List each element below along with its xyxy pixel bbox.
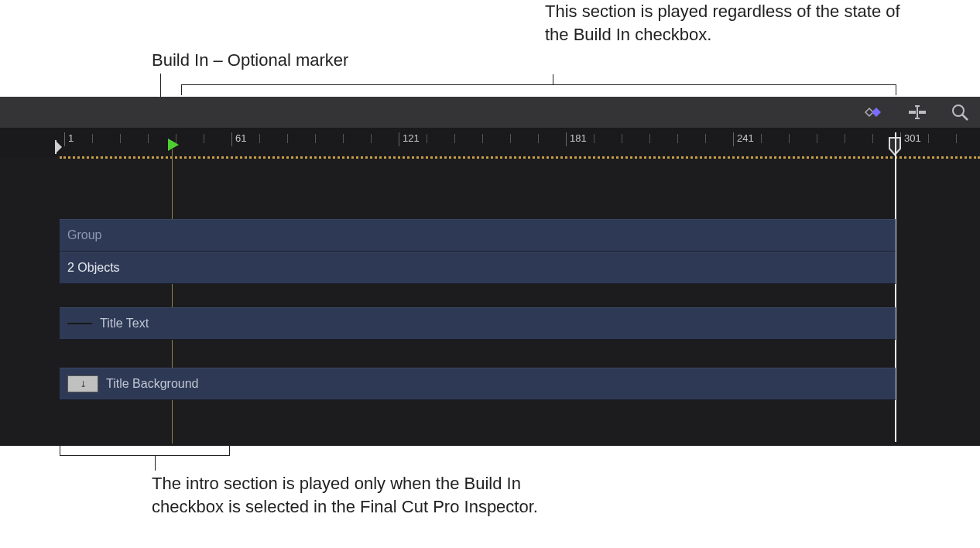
svg-marker-11 xyxy=(168,139,179,151)
svg-point-7 xyxy=(953,105,964,116)
svg-rect-3 xyxy=(919,111,926,114)
in-point-marker[interactable] xyxy=(54,139,65,158)
ruler-minor xyxy=(371,134,372,143)
ruler-minor xyxy=(538,134,539,143)
svg-rect-2 xyxy=(909,111,916,114)
bracket-top-right-tick xyxy=(896,84,896,95)
ruler-ticks: 1 61 121 181 241 301 xyxy=(60,128,980,157)
ruler-minor xyxy=(315,134,316,143)
bracket-top-stem xyxy=(553,74,553,84)
bracket-bottom-left-tick xyxy=(60,446,60,455)
ruler-major: 121 xyxy=(399,132,420,146)
callout-intro-section: The intro section is played only when th… xyxy=(152,472,539,518)
ruler-major: 301 xyxy=(900,132,921,146)
ruler-major: 1 xyxy=(64,132,74,146)
ruler-minor xyxy=(148,134,149,143)
ruler-minor xyxy=(259,134,260,143)
bracket-top xyxy=(181,84,896,85)
ruler-minor xyxy=(482,134,483,143)
bracket-top-left-tick xyxy=(181,84,182,95)
track-title-text[interactable]: Title Text xyxy=(60,307,896,340)
ruler-major: 241 xyxy=(733,132,754,146)
svg-rect-4 xyxy=(917,107,918,118)
track-objects-summary[interactable]: 2 Objects xyxy=(60,252,896,284)
track-label: Title Text xyxy=(100,317,149,331)
svg-marker-9 xyxy=(56,141,62,153)
track-title-background[interactable]: Title Background xyxy=(60,368,896,400)
ruler-minor xyxy=(649,134,650,143)
snapping-icon[interactable] xyxy=(906,104,929,121)
bracket-bottom-right-tick xyxy=(229,446,230,455)
svg-marker-1 xyxy=(872,108,881,117)
work-area-indicator xyxy=(60,156,980,159)
ruler-minor xyxy=(120,134,121,143)
clip-thumbnail-rect xyxy=(67,375,98,392)
ruler-minor xyxy=(956,134,957,143)
ruler-minor xyxy=(789,134,790,143)
ruler-minor xyxy=(928,134,929,143)
svg-line-8 xyxy=(962,115,968,120)
objects-label: 2 Objects xyxy=(67,261,120,275)
ruler[interactable]: 1 61 121 181 241 301 xyxy=(0,128,980,157)
track-label: Title Background xyxy=(106,377,198,391)
timeline-toolbar xyxy=(0,97,980,128)
ruler-minor xyxy=(510,134,511,143)
ruler-minor xyxy=(622,134,622,143)
ruler-major: 61 xyxy=(231,132,246,146)
ruler-minor xyxy=(343,134,344,143)
ruler-minor xyxy=(427,134,427,143)
group-label: Group xyxy=(67,228,101,242)
callout-played-regardless: This section is played regardless of the… xyxy=(545,0,917,46)
ruler-minor xyxy=(845,134,845,143)
ruler-minor xyxy=(594,134,595,143)
ruler-minor xyxy=(677,134,678,143)
ruler-minor xyxy=(454,134,455,143)
ruler-minor xyxy=(287,134,288,143)
ruler-minor xyxy=(92,134,93,143)
build-in-optional-marker[interactable] xyxy=(166,137,180,152)
svg-rect-5 xyxy=(915,105,920,107)
callout-build-in-marker: Build In – Optional marker xyxy=(152,49,348,72)
ruler-minor xyxy=(705,134,706,143)
ruler-minor xyxy=(204,134,204,143)
timeline-panel: 1 61 121 181 241 301 Group 2 Objects Tit… xyxy=(0,97,980,446)
zoom-icon[interactable] xyxy=(951,103,969,122)
ruler-major: 181 xyxy=(566,132,587,146)
track-group-header[interactable]: Group xyxy=(60,219,896,252)
bracket-bottom-stem xyxy=(155,455,156,471)
svg-rect-6 xyxy=(915,118,920,119)
ruler-minor xyxy=(872,134,873,143)
bracket-bottom xyxy=(60,455,230,456)
ruler-minor xyxy=(817,134,817,143)
keyframe-icon[interactable] xyxy=(859,105,884,119)
clip-thumbnail-line xyxy=(67,323,92,324)
ruler-minor xyxy=(761,134,762,143)
